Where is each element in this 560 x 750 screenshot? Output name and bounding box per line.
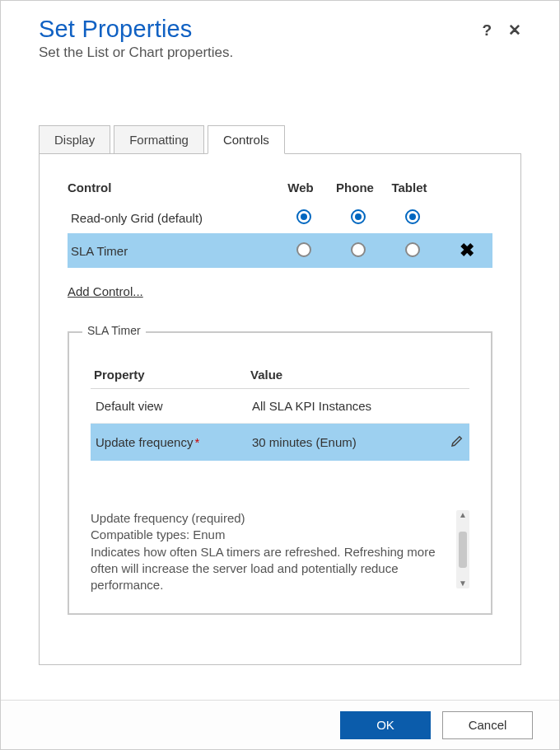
scroll-up-icon[interactable]: ▲ (459, 510, 467, 520)
property-name: Update frequency* (96, 435, 252, 449)
radio-tablet[interactable] (405, 209, 420, 224)
control-name: SLA Timer (71, 244, 277, 258)
desc-line1: Update frequency (required) (91, 510, 450, 527)
sla-timer-fieldset: SLA Timer Property Value Default view Al… (68, 331, 492, 615)
property-row-update-frequency[interactable]: Update frequency* 30 minutes (Enum) (91, 424, 469, 461)
scroll-thumb[interactable] (459, 532, 467, 568)
cancel-button[interactable]: Cancel (442, 711, 533, 739)
property-value: All SLA KPI Instances (252, 399, 432, 413)
tab-panel-controls: Control Web Phone Tablet Read-only Grid … (39, 154, 521, 665)
tab-controls[interactable]: Controls (208, 125, 285, 154)
tab-formatting[interactable]: Formatting (114, 125, 204, 154)
help-icon[interactable]: ? (482, 22, 492, 38)
col-tablet: Tablet (382, 180, 436, 195)
required-asterisk: * (194, 435, 199, 449)
pencil-icon[interactable] (450, 437, 464, 451)
property-name: Default view (96, 399, 252, 413)
property-label: Update frequency (96, 435, 193, 449)
desc-line2: Compatible types: Enum (91, 527, 450, 543)
dialog-footer: OK Cancel (1, 700, 559, 749)
control-name: Read-only Grid (default) (71, 211, 277, 225)
fieldset-legend: SLA Timer (82, 324, 146, 337)
control-row-sla-timer[interactable]: SLA Timer ✖ (68, 233, 492, 268)
radio-web[interactable] (296, 242, 311, 257)
radio-tablet[interactable] (405, 242, 420, 257)
property-value: 30 minutes (Enum) (252, 435, 432, 449)
col-web: Web (273, 180, 328, 195)
add-control-link[interactable]: Add Control... (68, 284, 143, 298)
control-row-readonly-grid[interactable]: Read-only Grid (default) (68, 203, 492, 233)
tab-display[interactable]: Display (39, 125, 110, 154)
col-control: Control (68, 180, 273, 195)
property-row-default-view[interactable]: Default view All SLA KPI Instances (91, 389, 469, 424)
controls-table-header: Control Web Phone Tablet (68, 177, 492, 203)
radio-phone[interactable] (351, 209, 366, 224)
tabstrip: Display Formatting Controls (39, 125, 521, 154)
dialog-title: Set Properties (39, 16, 482, 43)
ok-button[interactable]: OK (340, 711, 431, 739)
scroll-down-icon[interactable]: ▼ (459, 579, 467, 588)
desc-body: Indicates how often SLA timers are refre… (91, 544, 450, 594)
radio-web[interactable] (296, 209, 311, 224)
col-value: Value (250, 368, 433, 382)
close-icon[interactable]: ✕ (508, 22, 521, 38)
description-scrollbar[interactable]: ▲ ▼ (456, 510, 469, 588)
col-phone: Phone (328, 180, 382, 195)
property-table-header: Property Value (91, 361, 469, 389)
property-description: Update frequency (required) Compatible t… (91, 510, 450, 593)
col-property: Property (94, 368, 250, 382)
radio-phone[interactable] (351, 242, 366, 257)
dialog-subtitle: Set the List or Chart properties. (39, 45, 521, 61)
remove-control-icon[interactable]: ✖ (460, 240, 474, 260)
